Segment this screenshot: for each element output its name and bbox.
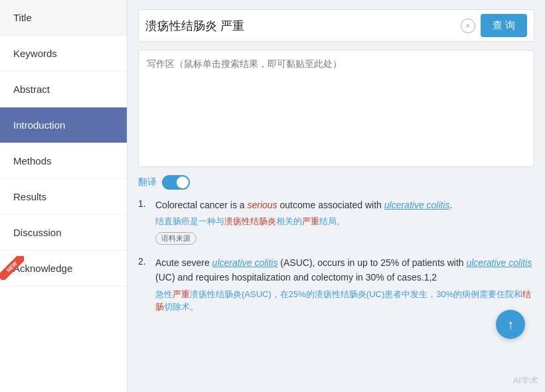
result-content-1: Colorectal cancer is a serious outcome a… [155,198,534,245]
search-bar: × 查 询 [138,9,534,42]
sidebar-item-introduction[interactable]: Introduction [0,107,127,143]
sidebar-item-label: Abstract [13,84,50,95]
italic-uc-link-3[interactable]: ulcerative colitis [466,257,532,268]
sidebar-item-label: Introduction [13,119,65,131]
sidebar-item-label: Discussion [13,227,62,238]
result-content-2: Acute severe ulcerative colitis (ASUC), … [155,255,534,318]
zh-uc-2: 溃疡性结肠炎 [315,289,366,299]
translate-toggle[interactable] [162,175,190,190]
result-number-1: 1. [138,198,149,245]
sidebar-item-label: Results [13,191,46,202]
writing-textarea[interactable] [147,58,526,157]
new-badge: NEW [0,256,24,280]
sidebar-item-acknowledge[interactable]: NEW Acknowledge [0,251,127,287]
sidebar-item-label: Methods [13,155,52,166]
result-number-2: 2. [138,255,149,318]
zh-severe: 严重 [173,289,190,299]
result-item-2: 2. Acute severe ulcerative colitis (ASUC… [138,255,534,318]
scroll-top-button[interactable]: ↑ [496,310,525,339]
source-tag-1[interactable]: 语料来源 [155,232,196,245]
italic-uc-link-2[interactable]: ulcerative colitis [212,257,278,268]
search-input[interactable] [145,19,455,33]
sidebar-item-title[interactable]: Title [0,0,127,36]
sidebar-item-results[interactable]: Results [0,179,127,215]
result-zh-2: 急性严重溃疡性结肠炎(ASUC)，在25%的溃疡性结肠炎(UC)患者中发生，30… [155,288,534,314]
arrow-up-icon: ↑ [507,317,514,332]
result-item-1: 1. Colorectal cancer is a serious outcom… [138,198,534,245]
italic-uc-link-1[interactable]: ulcerative colitis [384,200,450,210]
sidebar-item-label: Keywords [13,48,57,59]
sidebar-item-methods[interactable]: Methods [0,143,127,179]
zh-highlight-2: 严重 [302,216,319,226]
main-content: × 查 询 翻译 1. Colorectal cancer is a serio… [127,0,545,392]
search-submit-button[interactable]: 查 询 [481,14,527,37]
italic-serious: serious [248,200,277,210]
results-section: 1. Colorectal cancer is a serious outcom… [138,198,534,318]
sidebar-item-discussion[interactable]: Discussion [0,215,127,251]
sidebar-item-label: Title [13,12,32,23]
writing-area[interactable] [138,50,534,167]
sidebar: Title Keywords Abstract Introduction Met… [0,0,127,392]
zh-uc-1: 溃疡性结肠炎 [190,289,242,299]
close-icon: × [465,21,470,31]
result-en-2: Acute severe ulcerative colitis (ASUC), … [155,255,534,285]
sidebar-item-abstract[interactable]: Abstract [0,72,127,107]
search-clear-button[interactable]: × [461,19,475,33]
translate-row: 翻译 [138,175,534,190]
zh-highlight-1: 溃疡性结肠炎 [224,216,276,226]
result-zh-1: 结直肠癌是一种与溃疡性结肠炎相关的严重结局。 [155,215,534,228]
toggle-knob [177,176,189,188]
translate-label: 翻译 [138,176,157,188]
result-en-1: Colorectal cancer is a serious outcome a… [155,198,534,212]
sidebar-item-keywords[interactable]: Keywords [0,36,127,72]
